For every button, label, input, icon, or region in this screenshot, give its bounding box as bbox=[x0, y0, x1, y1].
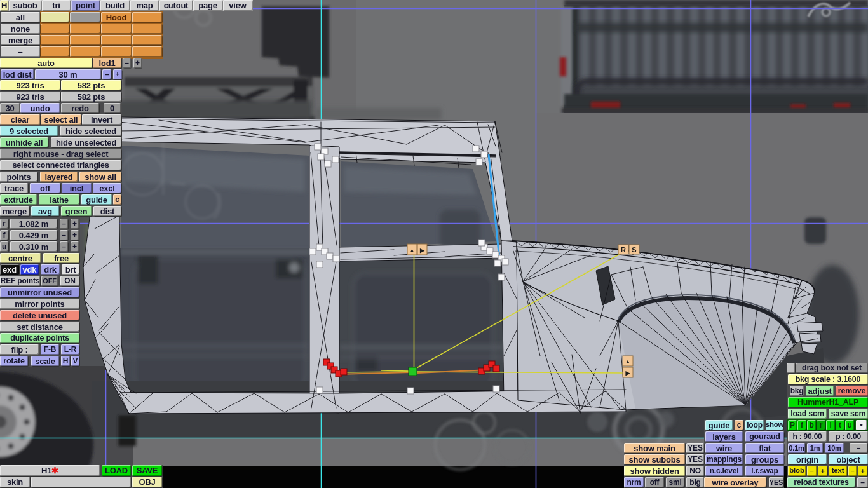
svg-text:▲: ▲ bbox=[625, 358, 631, 365]
svg-text:S: S bbox=[632, 246, 636, 254]
svg-text:R: R bbox=[621, 246, 626, 254]
svg-text:▲: ▲ bbox=[409, 247, 415, 254]
svg-text:▶: ▶ bbox=[625, 370, 631, 376]
svg-text:▶: ▶ bbox=[419, 247, 425, 254]
